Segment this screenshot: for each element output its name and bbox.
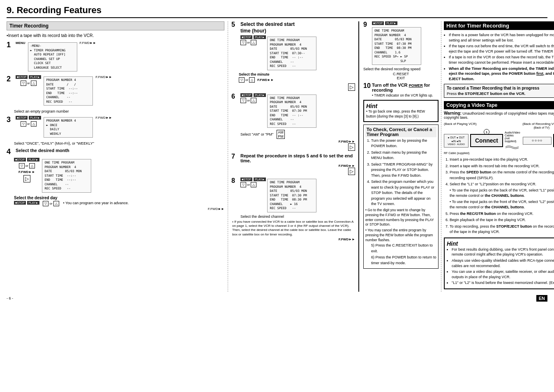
cancel-text: Press the STOP/EJECT button on the VCR. (447, 91, 554, 96)
stop-5: ■STOP (240, 35, 252, 39)
back-recording-label: (Back of Recording VCR*) (Back of TV) (479, 122, 554, 129)
step-3-ffwd: F.FWD►► (95, 116, 112, 120)
step-5: 5 Select the desired starttime (hour) ■S… (231, 21, 355, 91)
step-4-ffwd-right: F.FWD►► (7, 207, 224, 211)
step-9-buttons: ■STOP PLAY► (372, 21, 421, 25)
hint2-bullet-3: You can use a video disc player, satelli… (452, 269, 554, 279)
step-6-display: ONE TIME PROGRAM PROGRAM NUMBER 4 DATE 0… (267, 95, 316, 128)
copy-step-3: Press the SPEED button on the remote con… (450, 170, 554, 181)
step-2-buttons: ■STOP PLAY► (16, 75, 41, 79)
step-7: 7 Repeat the procedure in steps 5 and 6 … (231, 153, 355, 175)
middle-column: 5 Select the desired starttime (hour) ■S… (228, 21, 355, 292)
cable-labels: RF Cable (supplied) *Front input jacks a… (444, 152, 554, 154)
copy-step-7: To stop recording, press the STOP/EJECT … (450, 224, 554, 235)
ffwd-7: F.FWD►► (231, 164, 355, 168)
up-arrow-4: △ (29, 163, 35, 168)
up-5m: △ (249, 77, 255, 83)
or-text-4d: or (49, 202, 52, 205)
hint-bullet-2: If the tape runs out before the end time… (449, 44, 554, 54)
page-footer: - 6 - EN (7, 295, 547, 302)
step-8: 8 ■STOP PLAY► ▽ or △ (231, 178, 355, 241)
page: 9. Recording Features Timer Recording •I… (0, 0, 554, 307)
down-6: ▽ (240, 98, 246, 103)
hint-title: Hint (366, 103, 436, 109)
step-8-note: • If you have connected the VCR to a cab… (232, 220, 355, 237)
play-btn-4: PLAY► (27, 158, 39, 161)
copying-steps: Insert a pre-recorded tape into the play… (444, 157, 554, 235)
stop-btn-4: ■STOP (14, 158, 26, 161)
hint-bullet-1: If there is a power failure or the VCR h… (449, 32, 554, 43)
step-10: 10 Turn off the VCR POWER for recording … (363, 83, 439, 97)
warning-text: Warning: Unauthorized recordings of copy… (444, 111, 554, 120)
hint-timer-bullets: If there is a power failure or the VCR h… (444, 32, 554, 81)
ffwd-6: F.FWD►► (231, 140, 355, 143)
or-8: or (247, 183, 250, 187)
page-title: 9. Recording Features (7, 5, 547, 18)
stop-btn-4d: ■STOP (14, 201, 26, 205)
step-3: 3 ■STOP PLAY► ▽ or △ (7, 116, 224, 139)
down-5m: ▽ (239, 77, 245, 83)
up-6: △ (251, 98, 256, 103)
insert-text: •Insert a tape with its record tab into … (7, 33, 224, 38)
down-arrow: ▽ (21, 81, 26, 86)
ffwd-5: F.FWD►► (257, 78, 274, 82)
step-10-num: 10 (363, 83, 371, 89)
hint2-bullet-2: Always use video-quality shielded cables… (452, 258, 554, 268)
step-6-buttons: ■STOP PLAY► (240, 93, 266, 97)
copy-step-4: Select the "L1" or "L2"position on the r… (450, 182, 554, 210)
step-4-title: Select the desired month (16, 148, 69, 153)
am-option: AMPM (277, 130, 285, 139)
check-cancel-box: To Check, Correct, or Cancel a Timer Pro… (363, 125, 439, 269)
step-10-title: Turn off the VCR POWER for recording (372, 83, 439, 92)
hint2-bullet-4: "L1" or "L2" is found before the lowest … (452, 280, 554, 286)
or-text-3: or (27, 122, 30, 126)
menu-label: MENU (16, 41, 25, 45)
select-minute-label: Select the minute (239, 72, 355, 76)
play-9: PLAY► (385, 21, 397, 25)
check-note-2: • You may cancel the entire program by p… (365, 228, 436, 243)
down-5: ▽ (240, 40, 246, 45)
copy-step-5: Press the REC/OTR button on the recordin… (450, 211, 554, 217)
step-9-label: Select the desired recording speed (363, 67, 439, 71)
up-arrow-3: △ (31, 121, 37, 127)
play-btn: PLAY► (29, 75, 41, 79)
stop-9: ■STOP (372, 21, 384, 25)
step-9-num: 9 (363, 21, 371, 28)
step-8-channel-label: Select the desired channel (240, 214, 316, 219)
step-4-display: ONE TIME PROGRAM PROGRAM NUMBER 4 DATE 0… (42, 159, 91, 193)
play-5m: ▷ (348, 83, 355, 91)
av-cables-label: Audio/Video Cables(not supplied) (505, 131, 521, 143)
step-1-display: -MENU- ► TIMER PROGRAMMING AUTO REPEAT [… (28, 42, 77, 71)
step-2-display: PROGRAM NUMBER 4 DATE / / START TIME --:… (44, 76, 93, 106)
page-number: - 6 - (7, 296, 13, 300)
step-3-label: Select "ONCE", "DAILY" (Mon-Fri), or "WE… (14, 141, 224, 145)
step-6: 6 ■STOP PLAY► ▽ or △ (231, 93, 355, 151)
step-2-label: Select an empty program number (14, 109, 224, 113)
step-5-title: Select the desired starttime (hour) (240, 21, 316, 34)
check-step-3: Select "TIMER PROGRAM-MING" by pressing … (371, 162, 436, 179)
step-7-title: Repeat the procedure in steps 5 and 6 to… (240, 153, 355, 163)
connect-1-container: 1 Connect (470, 134, 503, 147)
connect-1-box: Connect (470, 134, 503, 147)
step-2-ffwd: F.FWD►► (95, 75, 112, 79)
check-step-1: Turn the power on by pressing the POWER … (371, 138, 436, 149)
warning-label: Warning: (444, 111, 462, 115)
connect-1-circle-label: 1 (484, 129, 489, 135)
back-tv-label: (Back of TV) (533, 126, 549, 129)
step-4-num: 4 (7, 148, 14, 155)
left-column: Timer Recording •Insert a tape with its … (7, 21, 224, 292)
ffwd-8: F.FWD►► (231, 238, 355, 241)
step-3-display: PROGRAM NUMBER 4 ► ONCE DAILY WEEKLY (44, 117, 93, 138)
check-cancel-steps-2: 5) Press the C.RESET/EXIT button to exit… (365, 243, 436, 266)
av-cable-lines (505, 143, 521, 150)
play-7: ▷ (348, 168, 355, 175)
step-5-buttons: ■STOP PLAY► (240, 35, 266, 39)
hint2-bullet-1: For best results during dubbing, use the… (452, 247, 554, 257)
hint-bullet-3: If a tape is not in the VCR or does not … (449, 55, 554, 65)
playing-vcr-box: ● OUT● OUT ●IN●IN VIDEOAUDIO (444, 134, 469, 148)
select-ampm-label: Select "AM" or "PM" (240, 132, 273, 136)
copy-step-4a: • To use the input jacks on the back of … (450, 188, 554, 199)
play-btn-3: PLAY► (29, 116, 41, 120)
copying-header: Copying a Video Tape (444, 101, 554, 109)
creset-label: C.RESETEXIT (363, 72, 439, 80)
